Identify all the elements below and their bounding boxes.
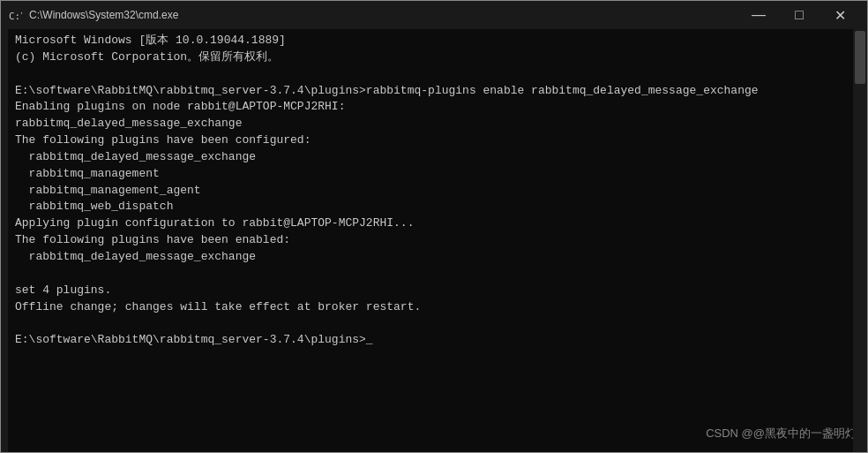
title-bar: C:\ C:\Windows\System32\cmd.exe — □ ✕ (1, 1, 867, 29)
svg-text:C:\: C:\ (9, 11, 22, 22)
close-button[interactable]: ✕ (819, 1, 860, 29)
scrollbar[interactable] (853, 29, 867, 452)
cmd-window: C:\ C:\Windows\System32\cmd.exe — □ ✕ Mi… (0, 0, 868, 453)
watermark: CSDN @@黑夜中的一盏明灯 (706, 426, 857, 442)
window-controls: — □ ✕ (738, 1, 860, 29)
scrollbar-thumb[interactable] (855, 31, 865, 84)
cmd-icon: C:\ (8, 8, 22, 22)
maximize-button[interactable]: □ (779, 1, 819, 29)
terminal-output: Microsoft Windows [版本 10.0.19044.1889] (… (15, 33, 860, 349)
minimize-button[interactable]: — (738, 1, 779, 29)
window-title: C:\Windows\System32\cmd.exe (29, 9, 738, 21)
terminal-body[interactable]: Microsoft Windows [版本 10.0.19044.1889] (… (1, 29, 867, 452)
left-scrollbar (1, 29, 8, 452)
